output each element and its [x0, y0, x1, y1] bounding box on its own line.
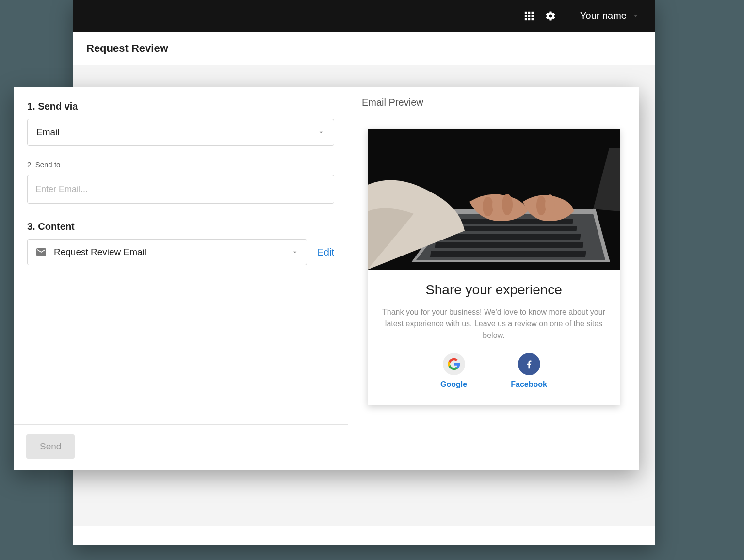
- send-to-input[interactable]: [35, 184, 326, 194]
- form-area: 1. Send via Email 2. Send to 3. Content …: [14, 87, 348, 424]
- topbar-divider: [570, 6, 570, 26]
- preview-body: Share your experience Thank you for your…: [348, 118, 639, 470]
- form-pane: 1. Send via Email 2. Send to 3. Content …: [14, 87, 348, 470]
- svg-rect-15: [435, 242, 583, 248]
- svg-rect-1: [528, 11, 531, 14]
- email-card: Share your experience Thank you for your…: [368, 129, 620, 405]
- page-title-bar: Request Review: [73, 32, 655, 65]
- svg-rect-7: [528, 18, 531, 20]
- svg-point-20: [502, 194, 513, 215]
- request-review-panel: 1. Send via Email 2. Send to 3. Content …: [14, 87, 639, 470]
- step1-label: 1. Send via: [27, 101, 334, 112]
- send-via-select[interactable]: Email: [27, 119, 334, 146]
- user-menu[interactable]: Your name: [576, 10, 643, 21]
- review-sites: Google Facebook: [381, 353, 606, 389]
- svg-rect-8: [532, 18, 534, 20]
- page-title: Request Review: [86, 42, 168, 55]
- step2-label: 2. Send to: [27, 160, 334, 169]
- facebook-icon: [518, 353, 540, 375]
- svg-point-19: [492, 194, 503, 216]
- svg-point-18: [483, 197, 493, 216]
- svg-rect-6: [525, 18, 527, 20]
- svg-point-21: [536, 196, 546, 215]
- svg-rect-3: [525, 15, 527, 17]
- footer-bar: Send: [14, 424, 348, 470]
- svg-rect-2: [532, 11, 534, 14]
- content-value: Request Review Email: [54, 247, 146, 257]
- email-hero-image: [368, 129, 620, 270]
- svg-rect-16: [430, 251, 586, 257]
- email-title: Share your experience: [381, 282, 606, 298]
- review-site-facebook[interactable]: Facebook: [511, 353, 547, 389]
- gear-icon[interactable]: [540, 5, 561, 27]
- user-name-label: Your name: [580, 10, 627, 21]
- facebook-label: Facebook: [511, 380, 547, 389]
- review-site-google[interactable]: Google: [440, 353, 467, 389]
- google-icon: [443, 353, 465, 375]
- svg-point-22: [545, 194, 555, 215]
- email-icon: [35, 246, 47, 258]
- svg-rect-5: [532, 15, 534, 17]
- top-bar: Your name: [73, 0, 655, 32]
- svg-rect-4: [528, 15, 531, 17]
- content-row: Request Review Email Edit: [27, 239, 334, 265]
- apps-icon[interactable]: [518, 5, 540, 27]
- chevron-down-icon: [291, 248, 299, 256]
- edit-link[interactable]: Edit: [318, 247, 334, 258]
- send-via-value: Email: [36, 127, 60, 138]
- email-content: Share your experience Thank you for your…: [368, 270, 620, 405]
- chevron-down-icon: [632, 13, 639, 19]
- email-body-text: Thank you for your business! We'd love t…: [381, 306, 606, 341]
- google-label: Google: [440, 380, 467, 389]
- preview-pane: Email Preview: [348, 87, 639, 470]
- preview-header: Email Preview: [348, 87, 639, 118]
- send-to-field-wrapper: [27, 175, 334, 204]
- chevron-down-icon: [317, 128, 325, 136]
- svg-rect-0: [525, 11, 527, 14]
- send-button[interactable]: Send: [26, 434, 75, 459]
- content-select[interactable]: Request Review Email: [27, 239, 307, 265]
- svg-rect-14: [439, 234, 581, 240]
- step3-label: 3. Content: [27, 221, 334, 232]
